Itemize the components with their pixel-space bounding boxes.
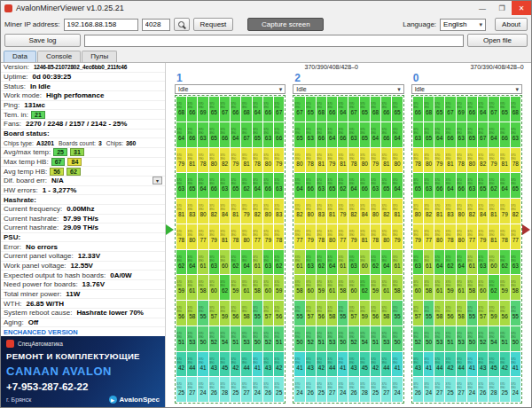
chip-cell: 370 39065 xyxy=(424,122,434,147)
chip-temperature: 65 xyxy=(394,110,400,116)
info-rows: Version:1246-85-21072802_4ec6bb0_211fc46… xyxy=(1,63,165,336)
chip-temperature: 66 xyxy=(189,110,195,116)
minimize-button[interactable]: — xyxy=(473,1,492,15)
port-input[interactable] xyxy=(142,19,170,31)
chip-temperature: 26 xyxy=(480,390,486,396)
close-button[interactable]: ✕ xyxy=(512,1,531,15)
chip-frequency: 370 390 xyxy=(467,306,477,313)
tab-console[interactable]: Console xyxy=(37,51,81,62)
chip-cell: 370 39063 xyxy=(348,250,358,275)
chip-frequency: 370 390 xyxy=(381,255,391,263)
log-path-field[interactable] xyxy=(84,35,464,47)
chip-frequency: 370 390 xyxy=(198,204,207,211)
chip-frequency: 370 390 xyxy=(187,153,197,161)
prev-arrow-icon[interactable] xyxy=(166,224,174,235)
chip-cell: 370 39079 xyxy=(413,224,423,249)
chip-cell: 370 39055 xyxy=(392,301,402,326)
chip-cell: 370 39064 xyxy=(457,250,466,275)
chip-frequency: 370 390 xyxy=(274,153,284,161)
chip-temperature: 26 xyxy=(350,390,356,396)
chip-frequency: 370 390 xyxy=(294,102,304,109)
request-button[interactable]: Request xyxy=(193,18,234,31)
maximize-button[interactable]: ❐ xyxy=(492,1,512,15)
chip-frequency: 370 390 xyxy=(457,178,466,185)
capture-screen-button[interactable]: Capture screen xyxy=(247,18,324,31)
chip-frequency: 370 390 xyxy=(511,280,520,287)
tab-data[interactable]: Data xyxy=(4,51,36,62)
info-value: 360 xyxy=(126,140,136,146)
chip-cell: 370 39043 xyxy=(306,352,316,377)
search-button[interactable] xyxy=(174,18,190,31)
board-mode-select[interactable]: Idle▾ xyxy=(411,84,522,94)
chip-cell: 370 39080 xyxy=(413,199,423,224)
chip-cell: 370 39080 xyxy=(327,224,337,249)
board-mode-select[interactable]: Idle▾ xyxy=(175,84,286,94)
chip-frequency: 370 390 xyxy=(360,382,370,389)
board-number: 0 xyxy=(411,73,522,84)
chip-frequency: 370 390 xyxy=(371,204,380,211)
open-file-button[interactable]: Open file xyxy=(467,34,528,47)
info-value: No errors xyxy=(26,243,58,251)
ip-address-input[interactable] xyxy=(64,19,138,31)
chip-temperature: 66 xyxy=(415,110,421,116)
tab-пулы[interactable]: Пулы xyxy=(82,51,117,62)
next-arrow-icon[interactable] xyxy=(522,224,530,235)
chip-frequency: 370 390 xyxy=(500,255,510,263)
chip-temperature: 58 xyxy=(254,288,261,294)
chip-temperature: 81 xyxy=(232,212,239,218)
chip-temperature: 62 xyxy=(232,263,239,270)
info-value: High perfomance xyxy=(46,91,104,99)
chip-cell: 370 39065 xyxy=(478,173,488,198)
chip-cell: 370 39026 xyxy=(209,377,219,402)
about-button[interactable]: About xyxy=(495,18,528,31)
chip-temperature: 63 xyxy=(276,186,282,192)
banner-telegram-handle[interactable]: ▶ AvalonSpec xyxy=(109,396,160,404)
chip-temperature: 78 xyxy=(178,238,184,244)
enhanced-version-link[interactable]: ENCHANCED VERSION xyxy=(1,327,165,336)
chip-cell: 370 39026 xyxy=(263,377,273,402)
chip-frequency: 370 390 xyxy=(253,255,262,263)
chip-frequency: 370 390 xyxy=(317,204,326,211)
chip-temperature: 63 xyxy=(265,263,271,270)
board-mode-select[interactable]: Idle▾ xyxy=(293,84,403,94)
chip-temperature: 65 xyxy=(362,136,368,142)
chip-temperature: 41 xyxy=(296,365,302,372)
ip-address-label: Miner IP address: xyxy=(4,20,60,28)
chip-frequency: 370 390 xyxy=(424,102,434,109)
chip-cell: 370 39079 xyxy=(263,224,273,249)
language-select[interactable]: English ▾ xyxy=(440,19,486,31)
chip-temperature: 43 xyxy=(308,365,314,372)
chip-temperature: 80 xyxy=(394,161,400,168)
chip-cell: 370 39065 xyxy=(511,173,520,198)
chip-frequency: 370 390 xyxy=(231,153,240,161)
chip-temperature: 64 xyxy=(189,263,195,270)
chip-frequency: 370 390 xyxy=(424,178,434,185)
chip-cell: 370 39079 xyxy=(241,199,251,224)
chip-frequency: 370 390 xyxy=(360,306,370,313)
chip-frequency: 370 390 xyxy=(253,178,262,185)
chip-cell: 370 39053 xyxy=(241,326,251,351)
chip-frequency: 370 390 xyxy=(467,178,477,185)
chip-frequency: 370 390 xyxy=(371,128,380,135)
board-err-dropdown-icon[interactable]: ▾ xyxy=(153,177,162,184)
chip-temperature: 82 xyxy=(512,212,519,218)
info-label: Work panel voltage: xyxy=(4,262,66,270)
chip-temperature: 62 xyxy=(447,263,453,270)
chip-frequency: 370 390 xyxy=(263,306,273,313)
chip-temperature-grid: 370 39068370 39066370 39069370 39065370 … xyxy=(175,95,286,404)
chip-temperature: 79 xyxy=(276,161,282,168)
ad-banner[interactable]: СпецАвтоматика РЕМОНТ И КОМПЛЕКТУЮЩИЕ CA… xyxy=(1,336,165,407)
chip-temperature: 79 xyxy=(415,238,421,244)
chip-cell: 370 39061 xyxy=(241,275,251,300)
chip-cell: 370 39064 xyxy=(241,250,251,275)
chip-temperature: 61 xyxy=(329,288,335,294)
save-log-button[interactable]: Save log xyxy=(4,34,81,47)
chip-frequency: 370 390 xyxy=(424,382,434,389)
chip-frequency: 370 390 xyxy=(478,332,488,339)
chip-cell: 370 39044 xyxy=(241,352,251,377)
chip-frequency: 370 390 xyxy=(413,128,423,135)
chip-cell: 370 39050 xyxy=(294,326,304,351)
chip-temperature: 61 xyxy=(394,263,400,270)
info-row: Current hashrate:57.99 TH/s xyxy=(1,215,165,224)
chip-frequency: 370 390 xyxy=(187,332,197,339)
